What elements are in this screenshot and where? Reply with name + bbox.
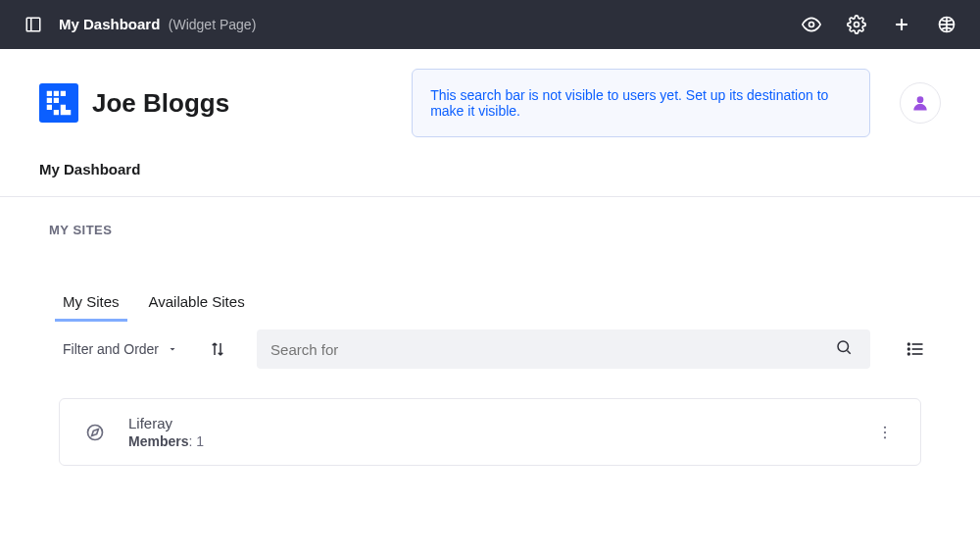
brand-name: Joe Bloggs [92, 88, 229, 119]
view-toggle-button[interactable] [900, 333, 931, 365]
filter-order-dropdown[interactable]: Filter and Order [63, 333, 178, 365]
sort-direction-button[interactable] [202, 333, 233, 365]
topbar-left: My Dashboard (Widget Page) [24, 15, 802, 34]
svg-point-26 [908, 348, 910, 350]
tab-my-sites[interactable]: My Sites [63, 287, 120, 322]
filter-order-label: Filter and Order [63, 341, 159, 357]
svg-point-32 [884, 436, 886, 438]
svg-point-25 [908, 343, 910, 345]
sort-icon [209, 340, 226, 358]
svg-rect-12 [47, 98, 52, 103]
svg-point-30 [884, 426, 886, 428]
site-list: Liferay Members: 1 [0, 369, 980, 466]
site-card[interactable]: Liferay Members: 1 [59, 398, 921, 466]
tab-available-sites[interactable]: Available Sites [149, 287, 245, 322]
svg-rect-9 [47, 91, 52, 96]
svg-rect-13 [54, 98, 59, 103]
user-icon [910, 93, 930, 113]
svg-rect-18 [66, 110, 71, 115]
svg-point-19 [917, 96, 924, 103]
section-title: MY SITES [49, 223, 112, 237]
site-members-label: Members [128, 433, 188, 449]
compass-icon [83, 421, 107, 444]
svg-rect-17 [61, 110, 66, 115]
search-notice-text: This search bar is not visible to users … [430, 87, 686, 103]
breadcrumb: My Dashboard [0, 137, 980, 197]
search-box[interactable] [257, 329, 870, 369]
svg-rect-15 [61, 105, 66, 110]
site-members: Members: 1 [128, 433, 852, 449]
add-icon[interactable] [892, 15, 911, 34]
brand-block: Joe Bloggs [39, 83, 229, 123]
search-notice: This search bar is not visible to users … [412, 69, 870, 137]
gear-icon[interactable] [847, 15, 866, 34]
svg-point-28 [88, 425, 103, 439]
list-view-icon [906, 339, 925, 359]
svg-rect-10 [54, 91, 59, 96]
page-title: My Dashboard [59, 16, 160, 32]
svg-marker-29 [92, 429, 99, 435]
more-vertical-icon [876, 424, 894, 441]
search-icon[interactable] [831, 338, 857, 360]
sidebar-toggle-icon[interactable] [24, 15, 43, 34]
header-area: Joe Bloggs This search bar is not visibl… [0, 49, 980, 137]
svg-rect-11 [61, 91, 66, 96]
avatar[interactable] [900, 82, 941, 124]
svg-point-2 [809, 23, 814, 27]
svg-point-31 [884, 430, 886, 432]
preview-icon[interactable] [802, 15, 821, 34]
simulate-icon[interactable] [937, 15, 956, 34]
site-actions-button[interactable] [873, 421, 897, 444]
svg-rect-0 [26, 18, 40, 31]
topbar: My Dashboard (Widget Page) [0, 0, 980, 49]
svg-rect-14 [47, 105, 52, 110]
site-name: Liferay [128, 415, 852, 431]
search-input[interactable] [270, 341, 831, 358]
site-members-count: 1 [196, 433, 204, 449]
topbar-actions [802, 15, 956, 34]
site-info: Liferay Members: 1 [128, 415, 852, 449]
brand-logo [39, 83, 78, 123]
svg-point-20 [838, 341, 849, 352]
svg-rect-16 [54, 110, 59, 115]
breadcrumb-current: My Dashboard [39, 161, 140, 177]
page-subtitle: (Widget Page) [169, 17, 256, 32]
tabs: My Sites Available Sites [0, 238, 980, 322]
chevron-down-icon [167, 343, 178, 355]
svg-line-21 [847, 350, 850, 353]
list-controls: Filter and Order [0, 322, 980, 369]
section-header: MY SITES [0, 197, 980, 238]
svg-point-3 [855, 23, 859, 27]
topbar-title-wrap: My Dashboard (Widget Page) [59, 16, 256, 33]
svg-point-27 [908, 353, 910, 355]
